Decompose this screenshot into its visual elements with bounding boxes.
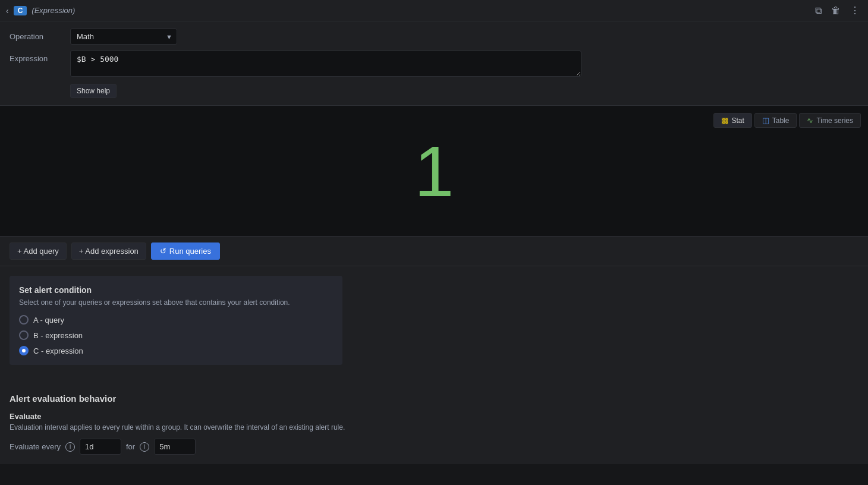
alert-condition-desc: Select one of your queries or expression… [19,298,333,307]
expression-row: Expression $B > 5000 [10,51,858,77]
run-queries-button[interactable]: ↺ Run queries [151,242,220,260]
for-label: for [126,442,135,451]
tab-timeseries[interactable]: ∿ Time series [799,113,861,128]
operation-select[interactable]: Math Reduce Resample Classic condition [70,29,177,45]
main-content: Operation Math Reduce Resample Classic c… [0,21,868,485]
bottom-toolbar: + Add query + Add expression ↺ Run queri… [0,237,868,266]
evaluate-desc: Evaluation interval applies to every rul… [10,423,858,432]
alert-condition-title: Set alert condition [19,285,333,295]
expression-textarea[interactable]: $B > 5000 [70,51,581,77]
tab-stat-label: Stat [731,116,744,125]
alert-condition-card: Set alert condition Select one of your q… [10,276,342,365]
help-row: Show help [10,83,858,98]
top-bar: ‹ C (Expression) ⧉ 🗑 ⋮ [0,0,868,21]
table-icon: ◫ [762,116,769,125]
radio-item-b[interactable]: B - expression [19,330,333,340]
radio-item-c[interactable]: C - expression [19,346,333,355]
delete-button[interactable]: 🗑 [829,4,843,17]
more-options-button[interactable]: ⋮ [848,4,862,17]
add-expression-button[interactable]: + Add expression [71,242,146,260]
radio-c[interactable] [19,346,29,355]
eval-section-title: Alert evaluation behavior [10,393,858,404]
tab-timeseries-label: Time series [816,116,853,125]
preview-tabs: ▩ Stat ◫ Table ∿ Time series [713,113,861,128]
run-queries-label: Run queries [169,247,211,256]
radio-label-b: B - expression [33,331,83,340]
collapse-chevron[interactable]: ‹ [6,6,9,15]
evaluate-every-input[interactable] [80,439,121,455]
preview-area: ▩ Stat ◫ Table ∿ Time series 1 [0,106,868,237]
tab-table[interactable]: ◫ Table [754,113,797,128]
add-query-button[interactable]: + Add query [10,242,67,260]
query-title: (Expression) [32,6,75,15]
operation-row: Operation Math Reduce Resample Classic c… [10,29,858,45]
operation-label: Operation [10,29,63,41]
evaluate-row: Evaluate every i for i [10,439,858,455]
radio-a[interactable] [19,315,29,325]
radio-label-a: A - query [33,316,64,325]
evaluate-label: Evaluate [10,412,858,421]
evaluate-every-label: Evaluate every [10,442,61,451]
evaluate-every-info-icon[interactable]: i [65,442,75,452]
refresh-icon: ↺ [160,247,166,256]
for-input[interactable] [154,439,196,455]
preview-value: 1 [414,136,454,207]
query-id-badge: C [14,6,27,15]
alert-condition-section: Set alert condition Select one of your q… [0,266,868,384]
tab-table-label: Table [772,116,790,125]
expression-label: Expression [10,51,63,63]
alert-condition-options: A - query B - expression C - expression [19,315,333,355]
operation-select-wrapper: Math Reduce Resample Classic condition ▼ [70,29,177,45]
copy-button[interactable]: ⧉ [813,4,824,17]
show-help-button[interactable]: Show help [70,84,117,98]
stat-icon: ▩ [721,116,728,125]
query-panel: Operation Math Reduce Resample Classic c… [0,21,868,106]
radio-item-a[interactable]: A - query [19,315,333,325]
tab-stat[interactable]: ▩ Stat [713,113,751,128]
alert-eval-section: Alert evaluation behavior Evaluate Evalu… [0,384,868,464]
for-info-icon[interactable]: i [140,442,149,452]
radio-b[interactable] [19,330,29,340]
radio-label-c: C - expression [33,347,83,355]
timeseries-icon: ∿ [807,116,813,125]
top-bar-actions: ⧉ 🗑 ⋮ [813,4,862,17]
